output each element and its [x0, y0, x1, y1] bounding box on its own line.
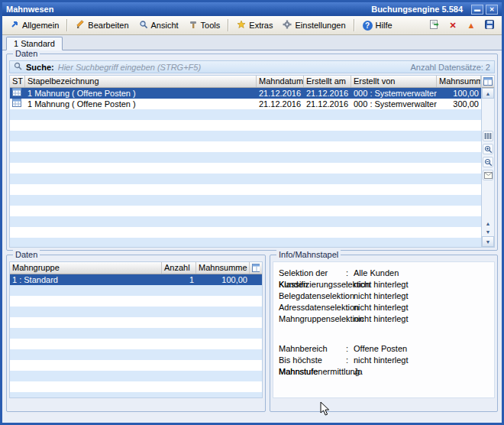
cell-anzahl: 1 [162, 274, 196, 285]
search-bar: Suche: Anzahl Datensätze: 2 [9, 60, 495, 73]
info-separator: : [346, 302, 354, 313]
cell-erstellt-am: 21.12.2016 [304, 88, 351, 99]
mahngruppe-group-box: Daten Mahngruppe Anzahl Mahnsumme € 1 : … [6, 255, 266, 412]
cell-erstellt-am: 21.12.2016 [304, 99, 351, 109]
info-label: Mahngruppenselektion [279, 313, 346, 325]
mail-export-icon[interactable] [483, 170, 493, 180]
scrollbar-track[interactable] [482, 182, 494, 219]
column-header-anzahl[interactable]: Anzahl [162, 262, 196, 274]
tab-strip: 1 Standard [2, 35, 502, 50]
main-toolbar: Allgemein Bearbeiten Ansicht Tools Extra… [2, 16, 502, 35]
info-separator: : [346, 366, 354, 378]
minimize-button[interactable]: ▬ [471, 5, 483, 15]
info-value: nicht hinterlegt [354, 302, 491, 313]
cell-mahndatum: 21.12.2016 [257, 88, 304, 99]
column-header-mahngruppe[interactable]: Mahngruppe [10, 262, 162, 274]
export-button[interactable] [428, 19, 441, 31]
toolbar-button-extras[interactable]: Extras [232, 18, 277, 33]
info-value: Ja [354, 366, 491, 378]
column-header-mahnsumme[interactable]: Mahnsumme € [196, 262, 250, 274]
info-separator: : [346, 279, 354, 290]
info-row: Bis höchste Mahnstufe : nicht hinterlegt [279, 355, 491, 366]
edit-pencil-icon [76, 20, 85, 31]
cell-spacer [250, 274, 262, 285]
table-row[interactable]: 1 Mahnung ( Offene Posten ) 21.12.2016 2… [10, 88, 481, 99]
cell-stapelbezeichnung: 1 Mahnung ( Offene Posten ) [25, 88, 257, 99]
mahngruppe-table-header: Mahngruppe Anzahl Mahnsumme € [10, 262, 262, 274]
record-prev-button[interactable]: ▲ [482, 219, 494, 228]
view-magnifier-icon [139, 20, 148, 31]
table-row[interactable]: 1 Mahnung ( Offene Posten ) 21.12.2016 2… [10, 99, 481, 109]
toolbar-right-group: ✕ ▲ [428, 19, 499, 31]
empty-rows-filler [10, 285, 262, 397]
info-separator: : [346, 290, 354, 302]
toolbar-separator [228, 19, 229, 31]
save-button[interactable] [483, 19, 496, 31]
group-label: Info/Mahnstapel [276, 250, 341, 259]
columns-icon[interactable] [483, 131, 493, 141]
mahngruppe-grid: Mahngruppe Anzahl Mahnsumme € 1 : Standa… [10, 262, 262, 397]
column-chooser-icon[interactable] [250, 262, 262, 274]
info-value: nicht hinterlegt [354, 313, 491, 325]
column-header-mahndatum[interactable]: Mahndatum [257, 76, 304, 87]
zoom-out-icon[interactable] [483, 157, 493, 167]
info-row: Mahngruppenselektion : nicht hinterlegt [279, 313, 491, 325]
column-header-erstellt-von[interactable]: Erstellt von [351, 76, 437, 87]
group-label: Daten [13, 49, 40, 58]
toolbar-button-hilfe[interactable]: ? Hilfe [358, 18, 397, 33]
table-row[interactable]: 1 : Standard 1 100,00 [10, 274, 262, 285]
info-value: nicht hinterlegt [354, 279, 491, 290]
side-tool-icons [482, 129, 494, 182]
toolbar-button-tools[interactable]: Tools [184, 18, 225, 33]
column-header-mahnsumme[interactable]: Mahnsumme € [437, 76, 481, 87]
cell-mahnsumme: 300,00 [437, 99, 481, 109]
delete-button[interactable]: ✕ [446, 19, 460, 31]
window-title: Mahnwesen [6, 5, 53, 14]
column-header-st[interactable]: ST [10, 76, 25, 87]
info-section-gap [279, 325, 491, 343]
cell-mahndatum: 21.12.2016 [257, 99, 304, 109]
scrollbar-down-button[interactable]: ▼ [482, 236, 494, 247]
info-row: Selektion der Kunden : Alle Kunden [279, 268, 491, 279]
cell-mahnsumme: 100,00 [196, 274, 250, 285]
info-panel: Selektion der Kunden : Alle Kunden Klass… [273, 261, 495, 398]
info-row: Mahnbereich : Offene Posten [279, 343, 491, 355]
info-separator: : [346, 313, 354, 325]
settings-gear-icon [283, 20, 292, 31]
table-side-strip: ▲ ▲ ▼ ▼ [481, 76, 494, 247]
toolbar-button-bearbeiten[interactable]: Bearbeiten [71, 18, 133, 33]
row-type-icon [10, 88, 25, 99]
search-input[interactable] [58, 63, 407, 72]
zoom-in-icon[interactable] [483, 144, 493, 154]
toolbar-button-label: Extras [249, 21, 273, 30]
status-bar [6, 412, 498, 423]
scrollbar-up-button[interactable]: ▲ [482, 88, 494, 99]
toolbar-button-label: Bearbeiten [88, 21, 128, 30]
toolbar-button-ansicht[interactable]: Ansicht [134, 18, 183, 33]
batch-grid: ST Stapelbezeichnung Mahndatum Erstellt … [10, 76, 481, 247]
document-export-icon [429, 19, 441, 31]
cell-stapelbezeichnung: 1 Mahnung ( Offene Posten ) [25, 99, 257, 109]
toolbar-button-allgemein[interactable]: Allgemein [5, 18, 63, 33]
mahngruppe-table: Mahngruppe Anzahl Mahnsumme € 1 : Standa… [9, 261, 263, 398]
cell-mahnsumme: 100,00 [437, 88, 481, 99]
toolbar-button-label: Allgemein [22, 21, 59, 30]
upload-button[interactable]: ▲ [464, 19, 478, 31]
record-next-button[interactable]: ▼ [482, 228, 494, 236]
info-label: Mahnstufenermittlung [279, 366, 346, 378]
title-bar: Mahnwesen Buchungsengine 5.584 ▬ ✕ [2, 2, 502, 16]
column-header-erstellt-am[interactable]: Erstellt am [304, 76, 351, 87]
bottom-panels: Daten Mahngruppe Anzahl Mahnsumme € 1 : … [6, 255, 498, 412]
empty-rows-filler [10, 109, 481, 247]
column-chooser-icon[interactable] [482, 76, 494, 88]
info-value: Offene Posten [354, 343, 491, 355]
toolbar-button-label: Einstellungen [295, 21, 345, 30]
close-button[interactable]: ✕ [486, 5, 498, 15]
batch-group-box: Daten Suche: Anzahl Datensätze: 2 ST Sta… [6, 54, 498, 251]
column-header-stapelbezeichnung[interactable]: Stapelbezeichnung [25, 76, 257, 87]
toolbar-button-einstellungen[interactable]: Einstellungen [278, 18, 350, 33]
toolbar-button-label: Hilfe [376, 21, 393, 30]
search-icon [14, 62, 22, 72]
scrollbar-track[interactable] [482, 99, 494, 129]
toolbar-separator [66, 19, 68, 31]
